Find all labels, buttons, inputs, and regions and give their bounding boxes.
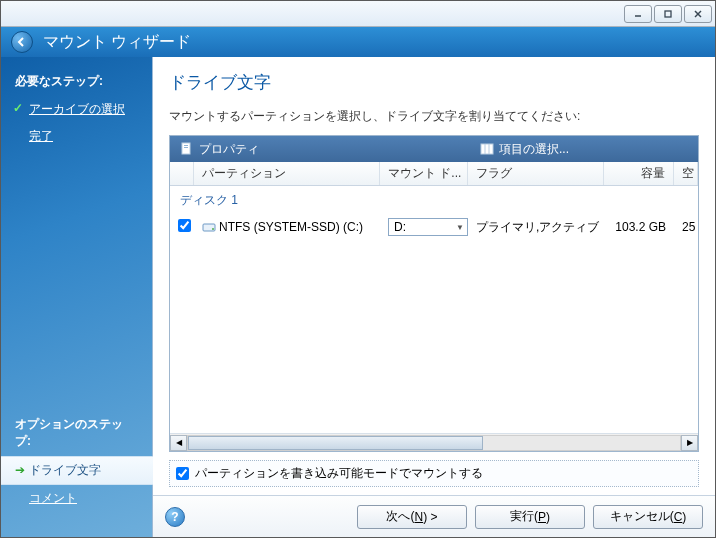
writable-checkbox[interactable] <box>176 467 189 480</box>
partition-name: NTFS (SYSTEM-SSD) (C:) <box>219 220 363 234</box>
col-flags[interactable]: フラグ <box>468 162 604 185</box>
row-capacity: 103.2 GB <box>604 220 674 234</box>
col-checkbox[interactable] <box>170 162 194 185</box>
scroll-thumb[interactable] <box>188 436 483 450</box>
select-columns-button[interactable]: 項目の選択... <box>470 136 579 162</box>
sidebar: 必要なステップ: ✓ アーカイブの選択 完了 オプションのステップ: ➔ ドライ… <box>1 57 152 537</box>
partition-row[interactable]: NTFS (SYSTEM-SSD) (C:) D: ▼ プライマリ,アクティブ … <box>170 215 698 239</box>
svg-rect-1 <box>665 11 671 17</box>
mount-dropdown[interactable]: D: ▼ <box>388 218 468 236</box>
optional-steps-label: オプションのステップ: <box>1 410 152 456</box>
rows-area: ディスク 1 NTFS (SYSTEM-SSD) (C:) D: ▼ <box>170 186 698 433</box>
chevron-down-icon: ▼ <box>456 223 464 232</box>
sidebar-item-label: 完了 <box>29 129 53 143</box>
sidebar-item-label: ドライブ文字 <box>29 463 101 477</box>
titlebar <box>1 1 715 27</box>
row-free: 25 <box>674 220 698 234</box>
page-title: ドライブ文字 <box>169 71 699 94</box>
required-steps-label: 必要なステップ: <box>1 67 152 96</box>
arrow-icon: ➔ <box>15 463 25 477</box>
sidebar-item-archive-select[interactable]: ✓ アーカイブの選択 <box>1 96 152 123</box>
sidebar-item-label: コメント <box>29 491 77 505</box>
properties-label: プロパティ <box>199 141 259 158</box>
minimize-button[interactable] <box>624 5 652 23</box>
partition-list: プロパティ 項目の選択... パーティション マウント ド... フラグ 容量 <box>169 135 699 452</box>
maximize-button[interactable] <box>654 5 682 23</box>
mount-value: D: <box>394 220 406 234</box>
col-free[interactable]: 空 <box>674 162 698 185</box>
scroll-left-arrow[interactable]: ◀ <box>170 435 187 451</box>
sidebar-item-comment[interactable]: コメント <box>1 485 152 512</box>
col-mount[interactable]: マウント ド... <box>380 162 468 185</box>
scroll-track[interactable] <box>187 435 681 451</box>
cancel-button[interactable]: キャンセル(C) <box>593 505 703 529</box>
list-toolbar: プロパティ 項目の選択... <box>170 136 698 162</box>
scroll-right-arrow[interactable]: ▶ <box>681 435 698 451</box>
sidebar-item-finish[interactable]: 完了 <box>1 123 152 150</box>
columns-icon <box>480 142 494 156</box>
wizard-window: マウント ウィザード 必要なステップ: ✓ アーカイブの選択 完了 オプションの… <box>0 0 716 538</box>
select-columns-label: 項目の選択... <box>499 141 569 158</box>
svg-rect-7 <box>481 144 493 154</box>
svg-rect-4 <box>182 143 190 154</box>
main: ドライブ文字 マウントするパーティションを選択し、ドライブ文字を割り当ててくださ… <box>152 57 715 537</box>
close-button[interactable] <box>684 5 712 23</box>
sidebar-item-drive-letter[interactable]: ➔ ドライブ文字 <box>1 456 153 485</box>
back-button[interactable] <box>11 31 33 53</box>
col-partition[interactable]: パーティション <box>194 162 380 185</box>
svg-rect-6 <box>184 147 188 148</box>
next-button[interactable]: 次へ(N) > <box>357 505 467 529</box>
footer: ? 次へ(N) > 実行(P) キャンセル(C) <box>153 495 715 537</box>
main-content: ドライブ文字 マウントするパーティションを選択し、ドライブ文字を割り当ててくださ… <box>153 57 715 495</box>
properties-icon <box>180 142 194 156</box>
execute-button[interactable]: 実行(P) <box>475 505 585 529</box>
writable-label: パーティションを書き込み可能モードでマウントする <box>195 465 483 482</box>
header: マウント ウィザード <box>1 27 715 57</box>
wizard-title: マウント ウィザード <box>43 32 191 53</box>
help-icon[interactable]: ? <box>165 507 185 527</box>
sidebar-item-label: アーカイブの選択 <box>29 102 125 116</box>
svg-rect-5 <box>184 145 188 146</box>
check-icon: ✓ <box>13 101 23 115</box>
row-checkbox[interactable] <box>178 219 191 232</box>
column-headers: パーティション マウント ド... フラグ 容量 空 <box>170 162 698 186</box>
horizontal-scrollbar[interactable]: ◀ ▶ <box>170 433 698 451</box>
drive-icon <box>202 220 216 234</box>
col-capacity[interactable]: 容量 <box>604 162 674 185</box>
row-flags: プライマリ,アクティブ <box>468 219 604 236</box>
svg-point-11 <box>212 228 214 230</box>
body: 必要なステップ: ✓ アーカイブの選択 完了 オプションのステップ: ➔ ドライ… <box>1 57 715 537</box>
properties-button[interactable]: プロパティ <box>170 136 470 162</box>
page-description: マウントするパーティションを選択し、ドライブ文字を割り当ててください: <box>169 108 699 125</box>
disk-label: ディスク 1 <box>170 186 698 215</box>
writable-option[interactable]: パーティションを書き込み可能モードでマウントする <box>169 460 699 487</box>
